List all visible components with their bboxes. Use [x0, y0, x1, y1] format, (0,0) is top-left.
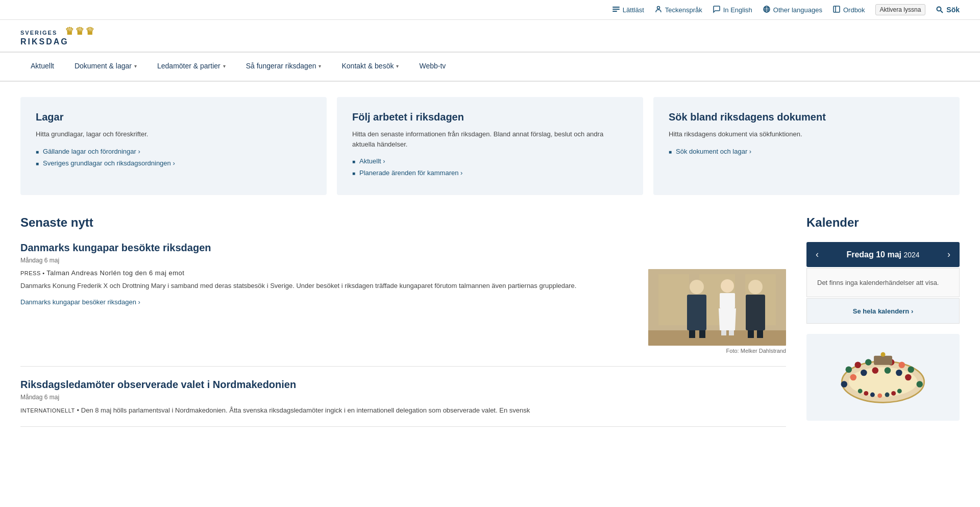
- svg-point-46: [905, 374, 912, 381]
- nav-webb-tv-label: Webb-tv: [419, 62, 446, 70]
- svg-rect-29: [748, 330, 754, 338]
- other-languages-link[interactable]: Other languages: [763, 5, 822, 15]
- svg-point-48: [916, 381, 923, 388]
- calendar-header: ‹ Fredag 10 maj 2024 ›: [806, 242, 960, 267]
- news-photo-scene: [648, 269, 786, 346]
- calendar-date: 10 maj: [876, 250, 901, 259]
- main-nav: Aktuellt Dokument & lagar ▾ Ledamöter & …: [0, 53, 980, 82]
- two-col-section: Senaste nytt Danmarks kungapar besökte r…: [20, 215, 960, 439]
- book-icon: [832, 5, 841, 15]
- svg-point-50: [881, 352, 886, 357]
- kalender-section: Kalender ‹ Fredag 10 maj 2024 › Det finn…: [806, 215, 960, 439]
- svg-rect-20: [687, 295, 706, 330]
- card-folj-link1-text: Aktuellt ›: [359, 157, 385, 165]
- calendar-date-display: Fredag 10 maj 2024: [828, 250, 938, 259]
- nav-sa-fungerar[interactable]: Så fungerar riksdagen ▾: [236, 53, 332, 81]
- card-sok-title: Sök bland riksdagens dokument: [669, 111, 944, 123]
- ordbok-label: Ordbok: [843, 6, 865, 14]
- search-icon: [936, 6, 944, 14]
- chevron-down-icon: ▾: [318, 63, 321, 69]
- news-text-kungapar: PRESS • Talman Andreas Norlén tog den 6 …: [20, 269, 638, 354]
- svg-point-53: [870, 393, 875, 397]
- news-item-nordmakedonien: Riksdagsledamöter observerade valet i No…: [20, 379, 786, 427]
- svg-point-42: [861, 370, 867, 376]
- card-sok-dokument: Sök bland riksdagens dokument Hitta riks…: [653, 97, 960, 195]
- bullet-icon: ■: [352, 159, 355, 164]
- card-lagar-link-1[interactable]: ■ Gällande lagar och förordningar ›: [36, 148, 311, 155]
- in-english-link[interactable]: In English: [713, 5, 752, 15]
- svg-point-44: [885, 367, 891, 374]
- svg-rect-22: [699, 330, 705, 338]
- svg-point-36: [865, 359, 872, 366]
- svg-point-23: [721, 279, 734, 293]
- card-lagar: Lagar Hitta grundlagar, lagar och föresk…: [20, 97, 327, 195]
- calendar-no-events: Det finns inga kalenderhändelser att vis…: [806, 268, 960, 297]
- main-content: Lagar Hitta grundlagar, lagar och föresk…: [0, 82, 980, 454]
- nav-ledamoter[interactable]: Ledamöter & partier ▾: [147, 53, 236, 81]
- svg-rect-9: [834, 6, 840, 12]
- kalender-title: Kalender: [806, 215, 960, 230]
- ordbok-link[interactable]: Ordbok: [832, 5, 865, 15]
- card-folj-desc: Hitta den senaste informationen från rik…: [352, 129, 628, 149]
- calendar-prev-button[interactable]: ‹: [806, 242, 828, 267]
- news-content-kungapar: PRESS • Talman Andreas Norlén tog den 6 …: [20, 269, 786, 354]
- svg-point-45: [896, 370, 902, 376]
- bullet-icon: ■: [36, 161, 39, 166]
- bullet-icon: ■: [352, 171, 355, 176]
- header: SVERIGES ♛♛♛ RIKSDAG: [0, 20, 980, 53]
- search-button[interactable]: Sök: [936, 6, 960, 14]
- news-headline-kungapar[interactable]: Danmarks kungapar besökte riksdagen: [20, 242, 786, 254]
- svg-rect-24: [720, 293, 735, 308]
- svg-rect-16: [658, 274, 689, 325]
- news-photo-credit: Foto: Melker Dahlstrand: [648, 348, 786, 354]
- card-sok-link-1[interactable]: ■ Sök dokument och lagar ›: [669, 148, 944, 155]
- svg-rect-21: [689, 330, 695, 338]
- other-languages-label: Other languages: [773, 6, 822, 14]
- card-folj-link-2[interactable]: ■ Planerade ärenden för kammaren ›: [352, 169, 628, 177]
- logo-line2: RIKSDAG: [20, 37, 69, 46]
- card-sok-link1-text: Sök dokument och lagar ›: [676, 148, 751, 155]
- riksdag-illustration: [806, 334, 960, 421]
- teckensprak-label: Teckenspråk: [665, 6, 702, 14]
- globe-icon: [763, 5, 771, 15]
- svg-point-55: [885, 393, 890, 397]
- logo-line1: SVERIGES ♛♛♛: [20, 25, 95, 37]
- svg-point-52: [864, 391, 868, 396]
- svg-point-39: [898, 362, 905, 369]
- logo-crowns-icon: ♛♛♛: [65, 26, 95, 37]
- svg-point-27: [748, 280, 763, 294]
- bullet-icon: ■: [669, 149, 672, 155]
- calendar-full-link[interactable]: Se hela kalendern ›: [853, 307, 914, 315]
- logo[interactable]: SVERIGES ♛♛♛ RIKSDAG: [20, 25, 95, 46]
- news-date-kungapar: Måndag 6 maj: [20, 257, 786, 264]
- search-label: Sök: [946, 6, 960, 14]
- nav-dokument-lagar[interactable]: Dokument & lagar ▾: [64, 53, 147, 81]
- svg-rect-26: [729, 330, 734, 335]
- teckensprak-link[interactable]: Teckenspråk: [654, 5, 702, 15]
- lattlast-link[interactable]: Lättläst: [612, 5, 644, 15]
- svg-point-54: [877, 393, 882, 398]
- nav-kontakt[interactable]: Kontakt & besök ▾: [331, 53, 409, 81]
- card-folj-link2-text: Planerade ärenden för kammaren ›: [359, 169, 462, 177]
- svg-point-11: [937, 7, 941, 11]
- card-folj-title: Följ arbetet i riksdagen: [352, 111, 628, 123]
- svg-point-41: [850, 374, 856, 381]
- card-folj-link-1[interactable]: ■ Aktuellt ›: [352, 157, 628, 165]
- calendar-year: 2024: [903, 251, 919, 259]
- nav-webb-tv[interactable]: Webb-tv: [409, 53, 456, 81]
- news-headline-nordmakedonien[interactable]: Riksdagsledamöter observerade valet i No…: [20, 379, 786, 391]
- nav-ledamoter-label: Ledamöter & partier: [157, 62, 220, 70]
- card-sok-desc: Hitta riksdagens dokument via sökfunktio…: [669, 129, 944, 139]
- chevron-down-icon: ▾: [223, 63, 226, 69]
- news-category-nordmakedonien: INTERNATIONELLT: [20, 407, 75, 414]
- nav-aktuellt[interactable]: Aktuellt: [20, 53, 64, 81]
- svg-rect-1: [612, 9, 620, 10]
- calendar-next-button[interactable]: ›: [938, 242, 960, 267]
- news-item-kungapar: Danmarks kungapar besökte riksdagen Månd…: [20, 242, 786, 367]
- card-lagar-link-2[interactable]: ■ Sveriges grundlagar och riksdagsordnin…: [36, 159, 311, 167]
- news-link-kungapar[interactable]: Danmarks kungapar besöker riksdagen ›: [20, 298, 140, 306]
- cards-row: Lagar Hitta grundlagar, lagar och föresk…: [20, 97, 960, 195]
- aktivera-lyssna-button[interactable]: Aktivera lyssna: [875, 4, 926, 15]
- svg-point-43: [872, 367, 878, 374]
- svg-point-40: [908, 366, 914, 373]
